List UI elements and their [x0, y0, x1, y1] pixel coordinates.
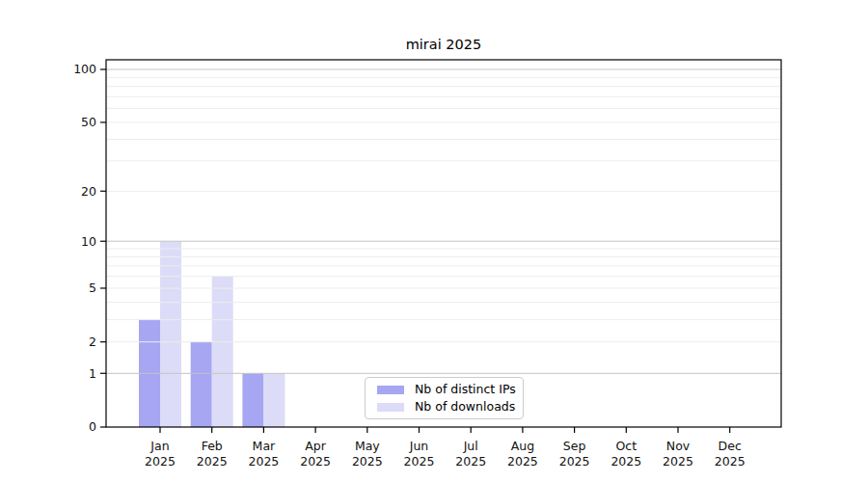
bar-downloads-jan — [160, 241, 181, 427]
legend-label-distinct-ips: Nb of distinct IPs — [415, 383, 516, 396]
y-tick-label: 2 — [89, 335, 96, 349]
bars-layer — [139, 241, 285, 427]
x-tick-label-year: 2025 — [145, 454, 176, 469]
legend: Nb of distinct IPs Nb of downloads — [365, 377, 524, 419]
y-tick-label: 10 — [81, 234, 96, 249]
x-tick-label-year: 2025 — [404, 454, 435, 469]
grid-layer — [106, 69, 781, 373]
x-tick-label-year: 2025 — [715, 454, 746, 469]
x-tick-label-year: 2025 — [507, 454, 538, 469]
legend-item-distinct-ips: Nb of distinct IPs — [372, 383, 515, 396]
y-tick-label: 100 — [73, 62, 96, 76]
y-tick-label: 1 — [89, 366, 96, 381]
x-tick-label-month: Jan — [149, 439, 169, 453]
legend-item-downloads: Nb of downloads — [372, 400, 515, 414]
x-tick-label-month: Oct — [615, 439, 637, 453]
x-tick-label-month: Apr — [305, 439, 326, 453]
legend-swatch-downloads — [377, 403, 404, 412]
x-tick-label-year: 2025 — [559, 454, 590, 469]
x-tick-label-year: 2025 — [248, 454, 279, 469]
x-tick-label-year: 2025 — [455, 454, 486, 469]
x-tick-label-year: 2025 — [300, 454, 331, 469]
x-tick-label-month: Nov — [666, 439, 691, 453]
x-tick-label-year: 2025 — [610, 454, 641, 469]
x-tick-label-year: 2025 — [197, 454, 228, 469]
y-tick-label: 5 — [89, 281, 96, 295]
x-tick-label-month: Dec — [719, 439, 742, 453]
x-tick-label-month: Sep — [563, 439, 586, 453]
x-tick-label-month: Mar — [253, 439, 276, 453]
bar-downloads-feb — [212, 277, 233, 427]
x-tick-label-month: Aug — [511, 439, 534, 453]
x-tick-label-month: Jun — [409, 439, 429, 453]
x-tick-label-month: Jul — [463, 439, 478, 453]
x-tick-label-month: Feb — [202, 439, 223, 453]
chart-title: mirai 2025 — [406, 37, 482, 52]
bar-distinct-ips-mar — [242, 373, 263, 427]
y-tick-label: 50 — [81, 115, 96, 129]
chart-figure: 0125102050100Jan2025Feb2025Mar2025Apr202… — [0, 0, 868, 482]
legend-swatch-distinct-ips — [377, 386, 404, 394]
y-tick-label: 0 — [89, 419, 96, 434]
bar-downloads-mar — [263, 373, 285, 427]
x-tick-label-year: 2025 — [663, 454, 693, 469]
x-tick-label-month: May — [355, 439, 380, 453]
legend-label-downloads: Nb of downloads — [415, 400, 515, 414]
y-tick-label: 20 — [81, 184, 96, 199]
bar-distinct-ips-feb — [191, 342, 212, 427]
x-tick-label-year: 2025 — [352, 454, 383, 469]
